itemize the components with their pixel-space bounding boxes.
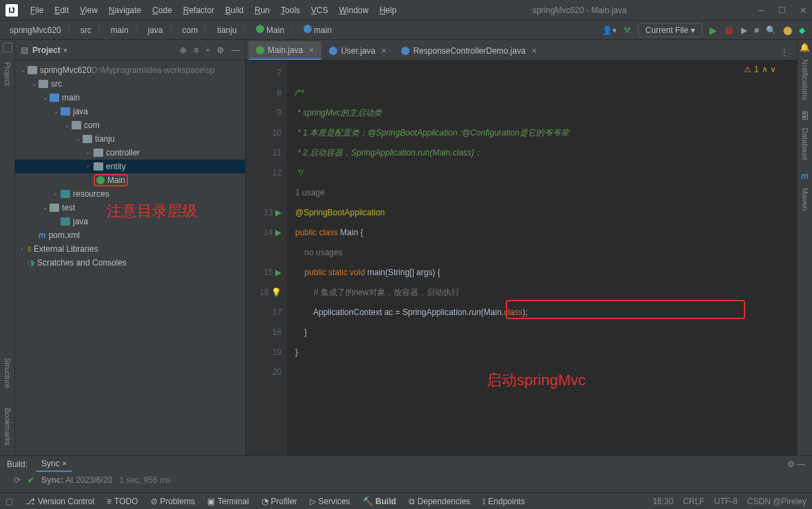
endpoints-button[interactable]: ⟟ Endpoints (482, 497, 524, 506)
breadcrumb[interactable]: springMvc620〉src〉main〉java〉com〉tianju〉Ma… (7, 23, 334, 36)
menu-run[interactable]: Run (250, 3, 274, 17)
expand-icon[interactable]: ≡ (193, 45, 198, 55)
maximize-button[interactable]: ☐ (778, 6, 786, 15)
code-line[interactable]: } (295, 343, 797, 362)
code-line[interactable]: } (295, 323, 797, 343)
tab-close-icon[interactable]: × (309, 45, 314, 55)
structure-tool-button[interactable]: Structure (2, 354, 13, 393)
tab-close-icon[interactable]: × (381, 46, 386, 56)
hide-panel-icon[interactable]: — (231, 45, 239, 55)
locate-icon[interactable]: ⊕ (180, 45, 186, 55)
sb-encoding[interactable]: UTF-8 (714, 497, 738, 506)
settings-icon[interactable]: ⬤ (783, 25, 792, 35)
tab-user-java[interactable]: User.java× (321, 42, 394, 60)
menu-build[interactable]: Build (221, 3, 248, 17)
tree-node-external-libraries[interactable]: ›⫴External Libraries (15, 242, 245, 256)
crumb-springmvc620[interactable]: springMvc620 (7, 24, 64, 36)
menu-file[interactable]: File (26, 3, 47, 17)
tab-responsecontrollerdemo-java[interactable]: ResponseControllerDemo.java× (394, 42, 544, 60)
project-tool-button[interactable]: Project (2, 58, 13, 89)
database-tool-button[interactable]: Database (800, 124, 811, 164)
code-line[interactable]: * springMvc的主启动类 (295, 103, 797, 123)
code-line[interactable]: */ (295, 163, 797, 183)
tree-node-pom-xml[interactable]: mpom.xml (15, 228, 245, 242)
menu-window[interactable]: Window (335, 3, 373, 17)
menu-help[interactable]: Help (375, 3, 400, 17)
coverage-button[interactable]: ▶ (741, 25, 747, 35)
tree-node-scratches-and-consoles[interactable]: ◑Scratches and Consoles (15, 256, 245, 270)
code-line[interactable]: no usages (295, 243, 797, 263)
minimize-button[interactable]: ─ (758, 6, 765, 15)
debug-button[interactable]: 🐞 (724, 25, 734, 35)
code-line[interactable]: ApplicationContext ac = SpringApplicatio… (295, 303, 797, 323)
crumb-src[interactable]: src (78, 24, 94, 36)
run-config-selector[interactable]: Current File ▾ (638, 23, 703, 37)
tree-node-tianju[interactable]: ⌄tianju (15, 132, 245, 146)
code-line[interactable]: public static void main(String[] args) { (295, 263, 797, 283)
code-line[interactable]: // 集成了的new对象，放容器，启动执行 (295, 283, 797, 303)
tree-node-main[interactable]: Main (15, 173, 245, 187)
dependencies-button[interactable]: ⧉ Dependencies (409, 497, 471, 506)
todo-button[interactable]: ≡ TODO (107, 497, 138, 506)
crumb-main[interactable]: main (301, 23, 334, 36)
db-icon[interactable]: 🗄 (801, 111, 809, 121)
tree-node-java[interactable]: ⌄java (15, 105, 245, 118)
tree-node-controller[interactable]: ›controller (15, 146, 245, 160)
code-line[interactable]: 1 usage (295, 183, 797, 203)
crumb-com[interactable]: com (180, 24, 201, 36)
crumb-main[interactable]: main (108, 24, 131, 36)
code-line[interactable]: public class Main { (295, 223, 797, 243)
bookmarks-tool-button[interactable]: Bookmarks (2, 404, 13, 450)
code-line[interactable]: /** (295, 83, 797, 103)
code-line[interactable] (295, 63, 797, 83)
run-button[interactable]: ▶ (709, 25, 717, 36)
code-line[interactable]: * 2.启动容器，SpringApplication.run(Main.clas… (295, 143, 797, 163)
tree-node-com[interactable]: ⌄com (15, 118, 245, 132)
settings-gear-icon[interactable]: ⚙ (217, 45, 224, 55)
profiler-button[interactable]: ◔ Profiler (261, 497, 297, 506)
bell-icon[interactable]: 🔔 (800, 43, 810, 52)
menu-edit[interactable]: Edit (50, 3, 73, 17)
warnings-indicator[interactable]: ⚠ 1 ∧ ∨ (744, 65, 776, 74)
tree-node-springmvc620[interactable]: ⌄springMvc620 D:\Myprogram\idea-workspac… (15, 63, 245, 77)
project-tool-icon[interactable] (3, 43, 12, 52)
search-button[interactable]: 🔍 (766, 25, 776, 35)
tree-node-java[interactable]: java (15, 215, 245, 228)
menu-vcs[interactable]: VCS (307, 3, 332, 17)
menu-view[interactable]: View (76, 3, 102, 17)
tree-node-resources[interactable]: ›resources (15, 187, 245, 201)
tabs-more-icon[interactable]: ⋮ (775, 45, 794, 60)
tree-node-test[interactable]: ⌄test (15, 201, 245, 215)
services-button[interactable]: ▷ Services (310, 497, 350, 506)
hammer-icon[interactable]: ⚒ (623, 25, 631, 35)
collapse-icon[interactable]: ÷ (205, 45, 210, 55)
close-button[interactable]: ✕ (800, 6, 806, 15)
code-line[interactable]: @SpringBootApplication (295, 203, 797, 223)
toolbox-icon[interactable]: ◆ (799, 25, 805, 35)
maven-tool-button[interactable]: Maven (800, 184, 811, 215)
sync-tab[interactable]: Sync × (36, 457, 72, 472)
notifications-tool-button[interactable]: Notifications (800, 55, 811, 105)
tree-node-src[interactable]: ⌄src (15, 77, 245, 91)
tree-node-main[interactable]: ⌄main (15, 91, 245, 105)
code-line[interactable]: * 1.本质是配置类；@SpringBootApplication :@Conf… (295, 123, 797, 143)
menu-navigate[interactable]: Navigate (105, 3, 145, 17)
code-line[interactable] (295, 362, 797, 382)
build-button[interactable]: 🔨 Build (363, 497, 396, 506)
tab-main-java[interactable]: Main.java× (248, 41, 321, 60)
project-tree[interactable]: ⌄springMvc620 D:\Myprogram\idea-workspac… (15, 61, 245, 272)
sb-window-icon[interactable]: ▢ (6, 497, 13, 506)
menu-tools[interactable]: Tools (277, 3, 304, 17)
crumb-java[interactable]: java (145, 24, 166, 36)
stop-button[interactable]: ■ (754, 25, 759, 35)
tab-close-icon[interactable]: × (532, 46, 537, 56)
crumb-main[interactable]: Main (253, 23, 287, 36)
terminal-button[interactable]: ▣ Terminal (207, 497, 248, 506)
problems-button[interactable]: ⊘ Problems (151, 497, 195, 506)
build-settings-icon[interactable]: ⚙ — (787, 459, 805, 469)
tree-node-entity[interactable]: ›entity (15, 160, 245, 173)
maven-icon[interactable]: m (801, 171, 809, 181)
menu-code[interactable]: Code (148, 3, 176, 17)
crumb-tianju[interactable]: tianju (214, 24, 239, 36)
user-icon[interactable]: 👤▾ (602, 25, 617, 35)
